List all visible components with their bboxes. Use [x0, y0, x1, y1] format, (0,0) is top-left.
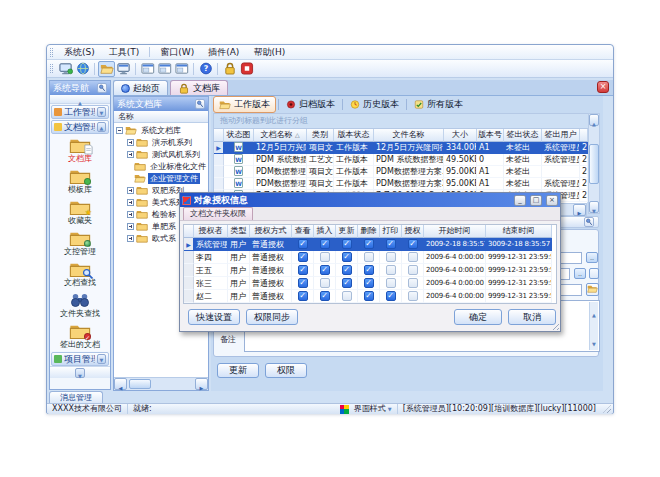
header-version-no[interactable]: 版本号 — [477, 129, 504, 142]
scroll-right-button[interactable] — [573, 204, 586, 216]
tree-horizontal-scrollbar[interactable] — [114, 377, 208, 390]
menu-help[interactable]: 帮助(H) — [246, 45, 292, 59]
resize-grip[interactable] — [603, 405, 611, 413]
perm-update-checkbox[interactable] — [342, 291, 352, 301]
scroll-down-button[interactable] — [592, 331, 596, 350]
perm-view-checkbox[interactable] — [298, 291, 308, 301]
header-grant[interactable]: 授权 — [402, 225, 424, 238]
network-button[interactable] — [74, 61, 91, 77]
close-icon[interactable] — [597, 81, 609, 93]
perm-insert-checkbox[interactable] — [320, 291, 330, 301]
perm-grant-checkbox[interactable] — [408, 265, 418, 275]
perm-view-checkbox[interactable] — [298, 239, 308, 249]
perm-delete-checkbox[interactable] — [364, 239, 374, 249]
permission-row[interactable]: 王五 用户 普通授权 2009-6-4 0:00:00 9999-12-31 2… — [184, 264, 556, 277]
header-version-status[interactable]: 版本状态 — [334, 129, 374, 142]
pin-button[interactable] — [584, 217, 594, 227]
permission-row[interactable]: 张三 用户 普通授权 2009-6-4 0:00:00 9999-12-31 2… — [184, 277, 556, 290]
header-status-icon[interactable]: 状态图 — [224, 129, 254, 142]
chevron-down-icon[interactable] — [97, 354, 106, 364]
perm-insert-checkbox[interactable] — [320, 239, 330, 249]
connect-button[interactable] — [57, 61, 74, 77]
menubar-grip[interactable] — [50, 48, 53, 57]
ellipsis-button[interactable]: ‥ — [586, 252, 598, 263]
expand-icon[interactable] — [127, 199, 134, 206]
update-button[interactable]: 更新 — [217, 363, 259, 378]
perm-delete-checkbox[interactable] — [364, 252, 374, 262]
cancel-button[interactable]: 取消 — [508, 309, 556, 325]
header-checkout-user[interactable]: 签出用户 — [542, 129, 580, 142]
maximize-button[interactable]: □ — [530, 195, 542, 206]
table-row[interactable]: W PDM数据整理方案.doc 项目文档 工作版本 PDM数据整理方案.doc … — [214, 166, 587, 178]
perm-delete-checkbox[interactable] — [364, 265, 374, 275]
table-row[interactable]: W PDM 系统数据整理检... 工艺文档 工作版本 PDM 系统数据整理...… — [214, 154, 587, 166]
perm-insert-checkbox[interactable] — [320, 278, 330, 288]
header-mode[interactable]: 授权方式 — [250, 225, 292, 238]
perm-view-checkbox[interactable] — [298, 265, 308, 275]
tree-node[interactable]: 测试风机系列 — [114, 148, 208, 160]
clear-button[interactable] — [589, 268, 599, 279]
group-by-bar[interactable]: 拖动列标题到此进行分组 — [213, 113, 599, 129]
nav-group-document[interactable]: 文档管理 — [51, 120, 109, 134]
scroll-up-button[interactable] — [592, 302, 596, 321]
perm-update-checkbox[interactable] — [342, 252, 352, 262]
header-checkout-status[interactable]: 签出状态 — [504, 129, 542, 142]
quick-setup-button[interactable]: 快速设置 — [188, 309, 240, 325]
header-end-time[interactable]: 结束时间 — [486, 225, 552, 238]
expand-icon[interactable] — [127, 151, 134, 158]
header-update[interactable]: 更新 — [336, 225, 358, 238]
permission-sync-button[interactable]: 权限同步 — [246, 309, 298, 325]
pin-button[interactable] — [97, 83, 107, 93]
table-row[interactable]: W 12月5日万兴隆同行... 项目文档 工作版本 12月5日万兴隆同行... … — [214, 142, 587, 154]
scrollbar-thumb[interactable] — [129, 379, 151, 389]
tab-message-management[interactable]: 消息管理 — [49, 391, 103, 403]
message-button-2[interactable] — [156, 61, 173, 77]
scroll-right-button[interactable] — [195, 378, 208, 390]
header-type[interactable]: 类型 — [228, 225, 250, 238]
table-vertical-scrollbar[interactable] — [588, 113, 600, 214]
ellipsis-button[interactable]: ‥ — [574, 268, 586, 279]
perm-grant-checkbox[interactable] — [408, 291, 418, 301]
perm-print-checkbox[interactable] — [386, 252, 396, 262]
chevron-down-icon[interactable] — [97, 107, 106, 117]
menu-system[interactable]: 系统(S) — [57, 45, 102, 59]
interface-style-dropdown[interactable]: 界面样式 — [349, 404, 397, 414]
menu-tools[interactable]: 工具(T) — [102, 45, 147, 59]
exit-button[interactable] — [238, 61, 255, 77]
perm-print-checkbox[interactable] — [386, 278, 396, 288]
chevron-up-icon[interactable] — [97, 122, 106, 132]
workspace-button[interactable] — [115, 61, 132, 77]
message-button-1[interactable] — [139, 61, 156, 77]
tree-node[interactable]: 企业标准化文件 — [114, 160, 208, 172]
sidebar-item-template-library[interactable]: 模板库 — [50, 165, 110, 196]
permission-row[interactable]: 赵二 用户 普通授权 2009-6-4 0:00:00 9999-12-31 2… — [184, 290, 556, 303]
header-category[interactable]: 类别 — [307, 129, 334, 142]
permission-row[interactable]: 系统管理员 用户 普通授权 2009-2-18 8:35:57 3009-2-1… — [184, 238, 556, 251]
tab-folder-permissions[interactable]: 文档文件夹权限 — [183, 207, 253, 220]
sidebar-item-favorites[interactable]: ★ 收藏夹 — [50, 196, 110, 227]
sidebar-item-folder-search[interactable]: 文件夹查找 — [50, 289, 110, 320]
header-delete[interactable]: 删除 — [358, 225, 380, 238]
tree-name-header[interactable]: 名称 — [114, 111, 208, 123]
header-file-name[interactable]: 文件名称 — [374, 129, 444, 142]
perm-grant-checkbox[interactable] — [408, 239, 418, 249]
sidebar-item-doc-control[interactable]: 文控管理 — [50, 227, 110, 258]
collapse-icon[interactable] — [116, 127, 123, 134]
scroll-up-button[interactable] — [589, 114, 599, 126]
expand-icon[interactable] — [127, 211, 134, 218]
scrollbar-thumb[interactable] — [589, 144, 599, 184]
header-grantee[interactable]: 授权者 — [194, 225, 228, 238]
open-folder-button[interactable] — [586, 283, 599, 296]
tab-all-versions[interactable]: 所有版本 — [409, 97, 468, 112]
perm-insert-checkbox[interactable] — [320, 252, 330, 262]
tree-node[interactable]: 演示机系列 — [114, 136, 208, 148]
sidebar-item-document-library[interactable]: 文档库 — [50, 134, 110, 165]
header-doc-name[interactable]: 文档名称 △ — [254, 129, 307, 142]
perm-delete-checkbox[interactable] — [364, 291, 374, 301]
document-library-button[interactable] — [98, 61, 115, 77]
tab-document-library[interactable]: 文档库 — [170, 80, 228, 95]
permission-button[interactable]: 权限 — [265, 363, 307, 378]
dialog-title-bar[interactable]: 对象授权信息 _ □ × — [180, 193, 560, 207]
perm-print-checkbox[interactable] — [386, 291, 396, 301]
scroll-left-button[interactable] — [114, 378, 127, 390]
